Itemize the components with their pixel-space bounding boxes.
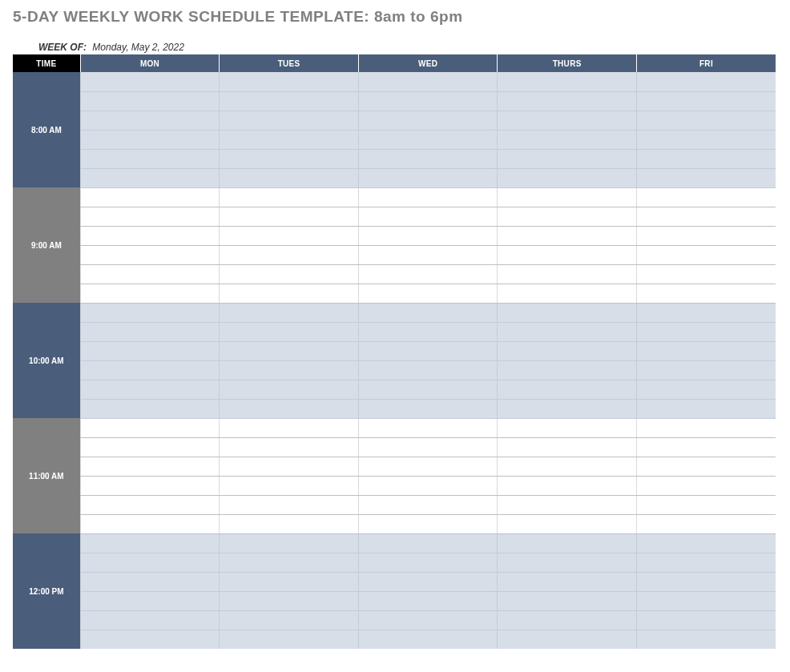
schedule-cell[interactable] [498, 207, 637, 226]
schedule-cell[interactable] [220, 322, 359, 341]
schedule-cell[interactable] [358, 399, 498, 418]
schedule-cell[interactable] [498, 514, 637, 533]
schedule-cell[interactable] [358, 457, 498, 476]
schedule-cell[interactable] [498, 284, 637, 303]
schedule-cell[interactable] [636, 322, 776, 341]
schedule-cell[interactable] [498, 380, 637, 399]
schedule-cell[interactable] [498, 303, 637, 322]
schedule-cell[interactable] [358, 341, 498, 360]
schedule-cell[interactable] [498, 264, 637, 284]
schedule-cell[interactable] [80, 207, 220, 226]
schedule-cell[interactable] [80, 187, 220, 207]
schedule-cell[interactable] [80, 572, 220, 591]
schedule-cell[interactable] [636, 360, 776, 380]
schedule-cell[interactable] [498, 495, 637, 514]
schedule-cell[interactable] [80, 341, 220, 360]
schedule-cell[interactable] [80, 72, 220, 91]
schedule-cell[interactable] [220, 226, 359, 245]
schedule-cell[interactable] [498, 111, 637, 130]
schedule-cell[interactable] [80, 591, 220, 610]
schedule-cell[interactable] [636, 303, 776, 322]
schedule-cell[interactable] [358, 572, 498, 591]
schedule-cell[interactable] [498, 168, 637, 187]
schedule-cell[interactable] [80, 495, 220, 514]
schedule-cell[interactable] [636, 130, 776, 149]
schedule-cell[interactable] [358, 533, 498, 553]
schedule-cell[interactable] [80, 264, 220, 284]
schedule-cell[interactable] [220, 207, 359, 226]
schedule-cell[interactable] [80, 245, 220, 264]
schedule-cell[interactable] [220, 476, 359, 495]
schedule-cell[interactable] [358, 418, 498, 437]
schedule-cell[interactable] [220, 495, 359, 514]
schedule-cell[interactable] [358, 91, 498, 111]
schedule-cell[interactable] [636, 476, 776, 495]
schedule-cell[interactable] [498, 533, 637, 553]
schedule-cell[interactable] [358, 130, 498, 149]
schedule-cell[interactable] [636, 111, 776, 130]
schedule-cell[interactable] [220, 187, 359, 207]
schedule-cell[interactable] [636, 495, 776, 514]
schedule-cell[interactable] [636, 418, 776, 437]
schedule-cell[interactable] [498, 591, 637, 610]
schedule-cell[interactable] [220, 149, 359, 168]
schedule-cell[interactable] [220, 630, 359, 649]
schedule-cell[interactable] [358, 476, 498, 495]
schedule-cell[interactable] [636, 264, 776, 284]
schedule-cell[interactable] [358, 553, 498, 572]
schedule-cell[interactable] [358, 245, 498, 264]
schedule-cell[interactable] [358, 495, 498, 514]
schedule-cell[interactable] [358, 514, 498, 533]
schedule-cell[interactable] [636, 591, 776, 610]
schedule-cell[interactable] [220, 111, 359, 130]
schedule-cell[interactable] [358, 226, 498, 245]
schedule-cell[interactable] [358, 322, 498, 341]
schedule-cell[interactable] [636, 399, 776, 418]
schedule-cell[interactable] [358, 72, 498, 91]
schedule-cell[interactable] [498, 630, 637, 649]
schedule-cell[interactable] [80, 130, 220, 149]
schedule-cell[interactable] [498, 322, 637, 341]
schedule-cell[interactable] [220, 380, 359, 399]
schedule-cell[interactable] [220, 457, 359, 476]
schedule-cell[interactable] [498, 418, 637, 437]
schedule-cell[interactable] [80, 514, 220, 533]
schedule-cell[interactable] [220, 130, 359, 149]
schedule-cell[interactable] [636, 630, 776, 649]
schedule-cell[interactable] [636, 437, 776, 457]
schedule-cell[interactable] [80, 418, 220, 437]
schedule-cell[interactable] [80, 437, 220, 457]
schedule-cell[interactable] [498, 572, 637, 591]
schedule-cell[interactable] [498, 553, 637, 572]
schedule-cell[interactable] [220, 72, 359, 91]
schedule-cell[interactable] [636, 457, 776, 476]
schedule-cell[interactable] [358, 111, 498, 130]
schedule-cell[interactable] [498, 245, 637, 264]
schedule-cell[interactable] [220, 572, 359, 591]
schedule-cell[interactable] [636, 533, 776, 553]
schedule-cell[interactable] [80, 476, 220, 495]
schedule-cell[interactable] [636, 284, 776, 303]
schedule-cell[interactable] [220, 437, 359, 457]
schedule-cell[interactable] [358, 303, 498, 322]
schedule-cell[interactable] [636, 168, 776, 187]
schedule-cell[interactable] [498, 476, 637, 495]
schedule-cell[interactable] [220, 553, 359, 572]
schedule-cell[interactable] [498, 457, 637, 476]
schedule-cell[interactable] [220, 360, 359, 380]
schedule-cell[interactable] [220, 245, 359, 264]
schedule-cell[interactable] [498, 399, 637, 418]
schedule-cell[interactable] [636, 553, 776, 572]
schedule-cell[interactable] [358, 360, 498, 380]
schedule-cell[interactable] [358, 610, 498, 630]
schedule-cell[interactable] [636, 610, 776, 630]
schedule-cell[interactable] [636, 91, 776, 111]
schedule-cell[interactable] [498, 437, 637, 457]
schedule-cell[interactable] [358, 630, 498, 649]
schedule-cell[interactable] [358, 168, 498, 187]
schedule-cell[interactable] [80, 380, 220, 399]
schedule-cell[interactable] [636, 245, 776, 264]
schedule-cell[interactable] [220, 533, 359, 553]
schedule-cell[interactable] [636, 207, 776, 226]
schedule-cell[interactable] [358, 284, 498, 303]
